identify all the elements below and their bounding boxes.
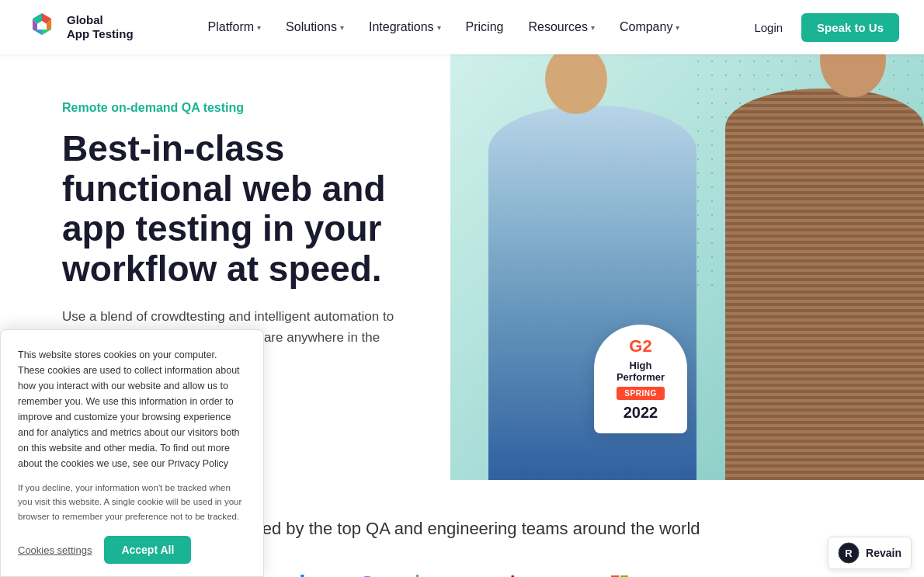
accept-all-button[interactable]: Accept All [104, 536, 191, 564]
chevron-down-icon: ▾ [676, 23, 679, 32]
chevron-down-icon: ▾ [591, 23, 595, 32]
hero-heading: Best-in-class functional web and app tes… [62, 129, 404, 289]
nav-links: Platform ▾ Solutions ▾ Integrations ▾ Pr… [208, 20, 680, 34]
logo-icon [25, 10, 59, 44]
hero-tag: Remote on-demand QA testing [62, 101, 404, 115]
cookie-actions: Cookies settings Accept All [18, 536, 246, 564]
logo[interactable]: Global App Testing [25, 10, 134, 44]
g2-year: 2022 [624, 404, 658, 422]
hero-image: G2 High Performer SPRING 2022 [450, 54, 924, 480]
chevron-down-icon: ▾ [340, 23, 344, 32]
nav-right: Login Speak to Us [754, 13, 899, 42]
nav-company[interactable]: Company ▾ [620, 20, 679, 34]
chevron-down-icon: ▾ [437, 23, 441, 32]
svg-text:R: R [845, 547, 853, 559]
nav-integrations[interactable]: Integrations ▾ [369, 20, 441, 34]
navbar: Global App Testing Platform ▾ Solutions … [0, 0, 924, 54]
person-right-body [725, 89, 924, 480]
revain-widget[interactable]: R Revain [828, 537, 912, 569]
cookie-extra-text: If you decline, your information won't b… [18, 481, 246, 523]
nav-platform[interactable]: Platform ▾ [208, 20, 262, 34]
g2-high: High [630, 360, 652, 371]
g2-logo: G2 [629, 336, 651, 356]
g2-badge: G2 High Performer SPRING 2022 [594, 325, 687, 433]
chevron-down-icon: ▾ [257, 23, 261, 32]
cookie-main-text: This website stores cookies on your comp… [18, 347, 246, 471]
nav-solutions[interactable]: Solutions ▾ [286, 20, 344, 34]
logo-verizon: verizon✓ [480, 567, 564, 577]
revain-icon: R [838, 542, 860, 564]
cookie-settings-link[interactable]: Cookies settings [18, 544, 92, 556]
cookie-banner: This website stores cookies on your comp… [0, 329, 264, 577]
g2-performer: Performer [617, 371, 665, 383]
nav-resources[interactable]: Resources ▾ [528, 20, 594, 34]
logo-google: Google [358, 567, 433, 577]
speak-to-us-button[interactable]: Speak to Us [801, 13, 899, 42]
brand-name: Global App Testing [67, 13, 134, 41]
login-link[interactable]: Login [754, 21, 783, 34]
nav-pricing[interactable]: Pricing [466, 20, 504, 34]
hero-bg: G2 High Performer SPRING 2022 [450, 54, 924, 480]
revain-label: Revain [866, 547, 901, 559]
g2-spring: SPRING [617, 387, 664, 400]
logo-microsoft: Microsoft [611, 567, 709, 577]
